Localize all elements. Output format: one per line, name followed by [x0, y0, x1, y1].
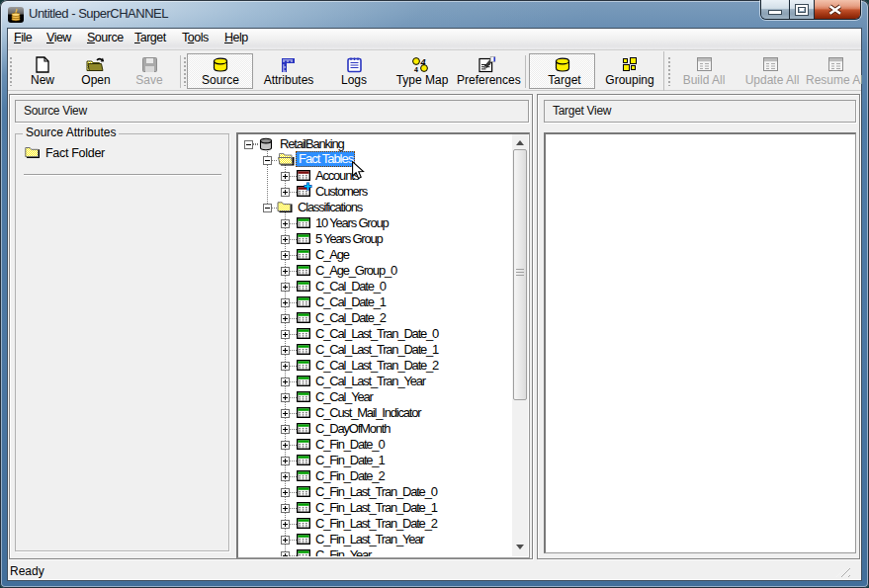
- svg-text:4: 4: [414, 66, 418, 73]
